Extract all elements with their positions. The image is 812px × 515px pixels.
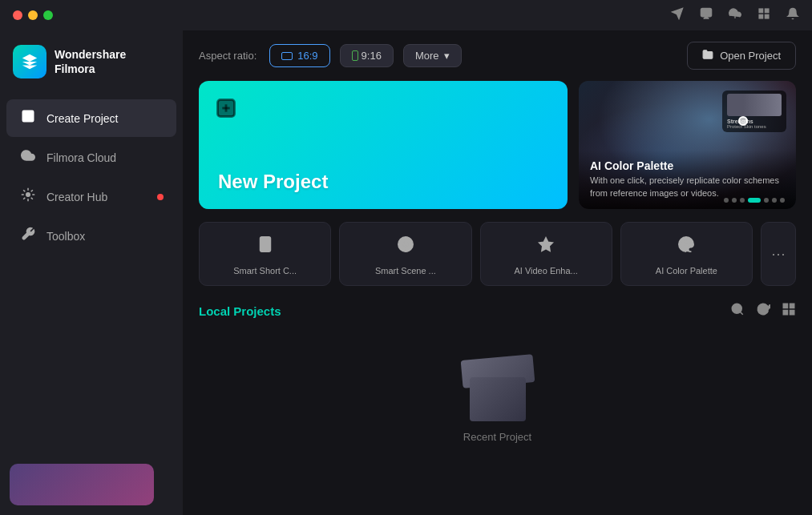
local-projects-actions (730, 302, 796, 320)
empty-box-icon (462, 357, 534, 421)
open-project-button[interactable]: Open Project (687, 42, 796, 70)
smart-short-cut-label: Smart Short C... (233, 266, 297, 276)
svg-rect-15 (260, 237, 270, 251)
ai-video-enhance-label: AI Video Enha... (514, 266, 577, 276)
shortcut-more[interactable]: ⋯ (761, 222, 796, 286)
shortcuts-row: Smart Short C... Smart Scene ... (199, 222, 796, 286)
carousel-dot-6[interactable] (772, 198, 777, 203)
new-project-card[interactable]: New Project (199, 81, 568, 209)
svg-rect-5 (765, 9, 769, 13)
logo-text: Wondershare Filmora (55, 47, 126, 76)
grid-icon[interactable] (757, 7, 770, 23)
refresh-button[interactable] (756, 302, 770, 320)
carousel-dot-3[interactable] (740, 198, 745, 203)
cards-row: New Project Strengths Protect Skin tones (199, 81, 796, 209)
send-icon[interactable] (671, 7, 684, 23)
svg-point-11 (26, 193, 30, 197)
titlebar (0, 0, 812, 30)
local-projects-title: Local Projects (199, 304, 281, 318)
view-toggle-button[interactable] (782, 302, 796, 320)
sidebar-item-toolbox[interactable]: Toolbox (6, 217, 176, 255)
user-avatar[interactable] (10, 464, 154, 505)
folder-icon (702, 49, 713, 62)
ai-card-description: With one click, precisely replicate colo… (590, 175, 785, 199)
sidebar-filmora-cloud-label: Filmora Cloud (46, 151, 116, 164)
ai-color-palette-label: AI Color Palette (656, 266, 717, 276)
create-project-icon (19, 109, 37, 127)
notification-icon[interactable] (786, 7, 799, 23)
toolbox-icon (19, 227, 37, 245)
carousel-dot-1[interactable] (724, 198, 729, 203)
content-scroll: New Project Strengths Protect Skin tones (183, 81, 812, 515)
chat-icon[interactable] (700, 7, 713, 23)
empty-label: Recent Project (463, 431, 531, 443)
widescreen-icon (281, 52, 293, 60)
ai-card-ui-panel: Strengths Protect Skin tones (722, 91, 786, 132)
sidebar-toolbox-label: Toolbox (46, 230, 85, 243)
sidebar-create-project-label: Create Project (46, 112, 118, 125)
ai-target-indicator (738, 116, 748, 126)
carousel-dot-4[interactable] (748, 198, 761, 203)
shortcut-ai-color-palette[interactable]: AI Color Palette (620, 222, 753, 286)
sidebar: Wondershare Filmora Create Project (0, 30, 183, 515)
svg-point-18 (403, 242, 408, 247)
more-shortcuts-icon: ⋯ (771, 245, 786, 263)
carousel-dots (724, 198, 785, 203)
portrait-icon (352, 50, 358, 61)
svg-line-25 (740, 312, 742, 314)
svg-rect-7 (765, 14, 769, 18)
smart-scene-label: Smart Scene ... (375, 266, 436, 276)
filmora-cloud-icon (19, 148, 37, 167)
upload-icon[interactable] (729, 7, 741, 23)
carousel-dot-7[interactable] (780, 198, 785, 203)
svg-rect-27 (790, 304, 794, 308)
creator-hub-icon (19, 187, 37, 206)
new-project-label: New Project (218, 171, 548, 193)
local-projects-header: Local Projects (199, 302, 796, 320)
ai-video-enhance-icon (537, 235, 555, 258)
minimize-dot[interactable] (28, 10, 38, 20)
ai-ui-text1: Strengths (727, 119, 782, 124)
svg-rect-28 (783, 311, 787, 315)
creator-hub-badge (157, 194, 164, 200)
content-area: Aspect ratio: 16:9 9:16 More ▾ (183, 30, 812, 515)
svg-point-24 (732, 304, 741, 313)
svg-rect-6 (759, 14, 763, 18)
sidebar-creator-hub-label: Creator Hub (46, 191, 107, 203)
shortcut-smart-scene[interactable]: Smart Scene ... (339, 222, 471, 286)
box-body (470, 377, 526, 421)
new-project-plus-icon (215, 97, 237, 125)
sidebar-item-filmora-cloud[interactable]: Filmora Cloud (6, 139, 176, 176)
topbar: Aspect ratio: 16:9 9:16 More ▾ (183, 30, 812, 81)
aspect-169-button[interactable]: 16:9 (269, 44, 329, 67)
ai-card-thumb (727, 94, 782, 116)
ai-ui-text2: Protect Skin tones (727, 124, 782, 129)
svg-rect-4 (759, 9, 763, 13)
sidebar-navigation: Create Project Filmora Cloud Creator (0, 93, 183, 261)
app-logo: Wondershare Filmora (0, 30, 183, 93)
smart-scene-icon (397, 235, 414, 258)
carousel-dot-5[interactable] (764, 198, 769, 203)
aspect-ratio-label: Aspect ratio: (199, 50, 257, 62)
ai-color-palette-icon (677, 235, 695, 258)
sidebar-item-creator-hub[interactable]: Creator Hub (6, 178, 176, 215)
more-button[interactable]: More ▾ (403, 44, 462, 67)
titlebar-actions (671, 7, 799, 23)
shortcut-ai-video-enhance[interactable]: AI Video Enha... (480, 222, 612, 286)
svg-point-22 (685, 240, 688, 243)
maximize-dot[interactable] (43, 10, 53, 20)
shortcut-smart-short-cut[interactable]: Smart Short C... (199, 222, 331, 286)
svg-rect-26 (783, 304, 787, 308)
ai-feature-card[interactable]: Strengths Protect Skin tones AI Color Pa… (579, 81, 796, 209)
empty-state: Recent Project (199, 333, 796, 451)
search-button[interactable] (730, 302, 745, 320)
close-dot[interactable] (13, 10, 22, 20)
svg-rect-29 (790, 311, 794, 315)
window-controls (13, 10, 53, 20)
aspect-916-button[interactable]: 9:16 (340, 44, 394, 67)
svg-point-21 (681, 243, 684, 246)
carousel-dot-2[interactable] (732, 198, 737, 203)
svg-point-23 (689, 243, 692, 246)
sidebar-item-create-project[interactable]: Create Project (6, 99, 176, 137)
smart-short-cut-icon (257, 235, 274, 258)
